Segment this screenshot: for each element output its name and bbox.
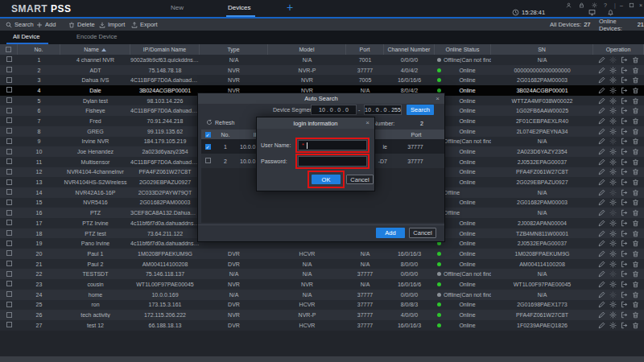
search-row-checkbox[interactable]: ✓ xyxy=(201,144,214,150)
edit-icon[interactable] xyxy=(598,322,605,329)
username-input[interactable]: * xyxy=(298,140,367,150)
row-checkbox[interactable] xyxy=(0,312,18,319)
delete-icon[interactable] xyxy=(632,311,639,319)
row-checkbox[interactable] xyxy=(0,158,18,165)
config-gear-icon[interactable] xyxy=(609,179,617,186)
column-header[interactable]: Type xyxy=(200,44,268,55)
logout-icon[interactable] xyxy=(621,138,628,145)
config-gear-icon[interactable] xyxy=(609,261,617,268)
logout-icon[interactable] xyxy=(621,261,628,268)
row-checkbox[interactable] xyxy=(0,87,18,93)
row-checkbox[interactable] xyxy=(0,271,18,278)
device-row[interactable]: 2ADT75.148.78.18NVRNVR-P377774/0/4/2Onli… xyxy=(0,65,644,76)
delete-icon[interactable] xyxy=(632,76,639,84)
config-gear-icon[interactable] xyxy=(609,240,617,247)
delete-icon[interactable] xyxy=(632,148,639,155)
logout-icon[interactable] xyxy=(621,322,628,329)
tab-encode-device[interactable]: Encode Device xyxy=(76,33,117,40)
row-checkbox[interactable] xyxy=(0,149,18,155)
device-row[interactable]: 24home10.0.0.169N/AN/A377770/0/0/0Offlin… xyxy=(0,290,644,300)
search-select-all-checkbox[interactable]: ✓ xyxy=(201,132,214,138)
delete-icon[interactable] xyxy=(632,270,639,278)
device-row[interactable]: 26tech activity172.115.206.222NVRNVR-P37… xyxy=(0,310,644,320)
logout-icon[interactable] xyxy=(621,189,628,196)
logout-icon[interactable] xyxy=(621,199,628,206)
delete-icon[interactable] xyxy=(632,168,639,175)
column-header[interactable]: Online Status xyxy=(435,44,491,55)
config-gear-icon[interactable] xyxy=(609,107,617,114)
row-checkbox[interactable] xyxy=(0,302,18,308)
delete-icon[interactable] xyxy=(632,230,639,237)
config-gear-icon[interactable] xyxy=(609,281,617,288)
refresh-button[interactable]: Refresh xyxy=(206,119,235,125)
row-checkbox[interactable] xyxy=(0,230,18,237)
monitor-icon[interactable] xyxy=(588,9,596,16)
row-checkbox[interactable] xyxy=(0,210,18,216)
logout-icon[interactable] xyxy=(621,281,628,288)
edit-icon[interactable] xyxy=(598,230,605,237)
logout-icon[interactable] xyxy=(621,107,628,114)
segment-start-input[interactable]: 10 . 0 . 0 . 0 xyxy=(311,105,357,115)
column-header[interactable]: Channel Number xyxy=(384,44,435,55)
edit-icon[interactable] xyxy=(598,281,605,288)
config-gear-icon[interactable] xyxy=(609,76,617,84)
config-gear-icon[interactable] xyxy=(609,209,617,216)
row-checkbox[interactable] xyxy=(0,108,18,114)
edit-icon[interactable] xyxy=(598,261,605,268)
user-icon[interactable] xyxy=(565,2,572,9)
bell-icon[interactable] xyxy=(607,9,614,16)
config-gear-icon[interactable] xyxy=(609,117,617,125)
logout-icon[interactable] xyxy=(621,220,628,227)
logout-icon[interactable] xyxy=(621,209,628,216)
tab-devices[interactable]: Devices xyxy=(228,4,250,11)
maximize-icon[interactable] xyxy=(628,2,634,9)
logout-icon[interactable] xyxy=(621,179,628,186)
delete-icon[interactable] xyxy=(632,250,639,257)
config-gear-icon[interactable] xyxy=(609,158,617,166)
config-gear-icon[interactable] xyxy=(609,138,617,145)
edit-icon[interactable] xyxy=(598,270,605,278)
new-tab-button[interactable]: + xyxy=(287,1,293,14)
device-row[interactable]: 23cousinWT1L00F97PAE00045NVRNVRN/A16/0/1… xyxy=(0,279,644,290)
logout-icon[interactable] xyxy=(621,87,628,94)
config-gear-icon[interactable] xyxy=(609,230,617,237)
auto-search-close-icon[interactable]: × xyxy=(434,95,441,102)
logout-icon[interactable] xyxy=(621,311,628,319)
import-button[interactable]: Import xyxy=(99,19,125,31)
delete-icon[interactable] xyxy=(632,67,639,74)
delete-button[interactable]: Delete xyxy=(68,19,95,31)
config-gear-icon[interactable] xyxy=(609,199,617,206)
config-gear-icon[interactable] xyxy=(609,128,617,135)
delete-icon[interactable] xyxy=(632,199,639,206)
search-button[interactable]: Search xyxy=(6,19,34,31)
config-gear-icon[interactable] xyxy=(609,291,617,298)
delete-icon[interactable] xyxy=(632,87,639,94)
edit-icon[interactable] xyxy=(598,76,605,84)
config-gear-icon[interactable] xyxy=(609,87,617,94)
device-row[interactable]: 14 channel NVR9002a9b9cf63.quickddns.com… xyxy=(0,55,644,65)
column-header[interactable]: Port xyxy=(346,44,384,55)
delete-icon[interactable] xyxy=(632,158,639,166)
tab-all-device[interactable]: All Device xyxy=(13,33,39,40)
row-checkbox[interactable] xyxy=(0,220,18,226)
add-device-button[interactable]: Add xyxy=(376,228,405,238)
edit-icon[interactable] xyxy=(598,291,605,298)
delete-icon[interactable] xyxy=(632,240,639,247)
row-checkbox[interactable] xyxy=(0,128,18,134)
delete-icon[interactable] xyxy=(632,117,639,125)
delete-icon[interactable] xyxy=(632,261,639,268)
edit-icon[interactable] xyxy=(598,56,605,64)
edit-icon[interactable] xyxy=(598,67,605,74)
delete-icon[interactable] xyxy=(632,179,639,186)
search-row-checkbox[interactable] xyxy=(201,158,214,164)
logout-icon[interactable] xyxy=(621,158,628,166)
logout-icon[interactable] xyxy=(621,301,628,308)
row-checkbox[interactable] xyxy=(0,117,18,124)
config-gear-icon[interactable] xyxy=(609,311,617,319)
edit-icon[interactable] xyxy=(598,209,605,216)
delete-icon[interactable] xyxy=(632,107,639,114)
logout-icon[interactable] xyxy=(621,240,628,247)
config-gear-icon[interactable] xyxy=(609,168,617,175)
edit-icon[interactable] xyxy=(598,87,605,94)
config-gear-icon[interactable] xyxy=(609,270,617,278)
